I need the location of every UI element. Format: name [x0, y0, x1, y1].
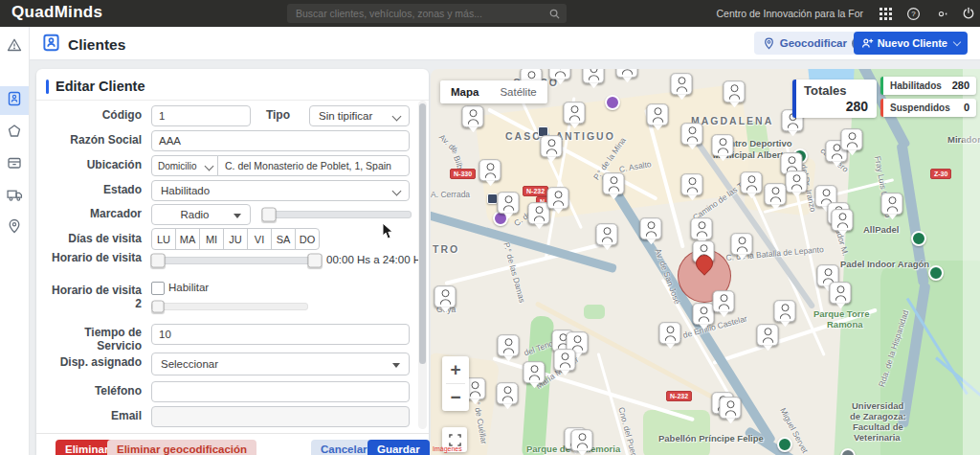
email-input[interactable] — [151, 406, 410, 427]
eliminar-geocodificacion-button[interactable]: Eliminar geocodificación — [107, 440, 256, 455]
marcador-radius-slider[interactable] — [262, 211, 412, 218]
client-pin[interactable] — [547, 187, 569, 209]
sidebar-item-vehiculos[interactable] — [0, 182, 29, 211]
client-pin[interactable] — [774, 300, 796, 322]
day-button-sa[interactable]: SA — [271, 228, 296, 250]
search-icon[interactable] — [549, 9, 560, 19]
client-pin[interactable] — [434, 285, 457, 307]
tiempo-servicio-input[interactable] — [151, 324, 410, 345]
client-pin[interactable] — [596, 223, 618, 245]
client-pin[interactable] — [881, 193, 903, 215]
client-pin[interactable] — [713, 290, 735, 312]
client-pin[interactable] — [691, 217, 713, 239]
svg-text:?: ? — [911, 10, 916, 18]
client-pin[interactable] — [571, 429, 593, 451]
client-pin[interactable] — [724, 80, 746, 102]
client-pin[interactable] — [832, 209, 854, 231]
map-canvas[interactable]: CASCOCASCO ANTIGUOMAGDALENATROMiradorCen… — [431, 69, 980, 455]
client-pin[interactable] — [671, 73, 693, 95]
map-label: Facultad de — [853, 421, 903, 432]
ubicacion-tipo-select[interactable]: Domicilio — [151, 155, 218, 176]
client-pin[interactable] — [720, 397, 742, 419]
zoom-out-button[interactable]: − — [442, 384, 469, 411]
chevron-down-icon — [205, 162, 214, 171]
habilitar-checkbox[interactable] — [151, 282, 165, 295]
zoom-in-button[interactable]: + — [442, 356, 469, 383]
horario-visita-2-slider[interactable] — [151, 303, 308, 310]
archive-box-icon — [7, 155, 22, 174]
sidebar-item-pedidos[interactable] — [0, 150, 29, 179]
client-pin[interactable] — [541, 135, 563, 157]
client-pin[interactable] — [786, 171, 808, 193]
client-pin[interactable] — [616, 69, 638, 78]
tipo-select[interactable]: Sin tipificar — [309, 105, 410, 126]
slider-thumb[interactable] — [262, 208, 277, 222]
map-edge-overlay — [963, 69, 980, 455]
marcador-select[interactable]: Radio — [151, 204, 251, 225]
client-pin[interactable] — [603, 172, 625, 194]
client-pin[interactable] — [693, 303, 715, 325]
tiempo-servicio-label: Tiempo de Servicio — [44, 326, 142, 353]
client-pin[interactable] — [462, 105, 484, 127]
razon-social-input[interactable] — [151, 130, 410, 151]
client-pin[interactable] — [640, 217, 662, 239]
client-pin[interactable] — [841, 128, 863, 150]
ubicacion-label: Ubicación — [44, 158, 142, 171]
client-pin[interactable] — [712, 134, 734, 156]
client-pin[interactable] — [765, 183, 787, 205]
client-pin[interactable] — [564, 102, 586, 124]
client-pin[interactable] — [498, 192, 520, 214]
nuevo-cliente-button[interactable]: Nuevo Cliente — [854, 32, 968, 55]
day-button-mi[interactable]: MI — [199, 228, 224, 250]
form-scrollbar[interactable] — [418, 101, 427, 429]
slider-thumb-max[interactable] — [308, 254, 323, 268]
form-scrollbar-thumb[interactable] — [419, 103, 426, 364]
telefono-input[interactable] — [151, 381, 410, 402]
client-pin[interactable] — [554, 349, 576, 371]
global-search[interactable] — [287, 4, 567, 23]
slider-thumb[interactable] — [152, 301, 165, 313]
sidebar-item-zonas[interactable] — [0, 119, 29, 148]
client-pin[interactable] — [681, 123, 703, 145]
client-pin[interactable] — [549, 69, 571, 80]
map-pin-person-icon — [7, 218, 22, 238]
disp-asignado-select[interactable]: Seleccionar — [151, 353, 410, 375]
sidebar-item-alerts[interactable] — [0, 33, 29, 61]
habilitados-value: 280 — [952, 80, 969, 91]
green-poi-marker — [928, 265, 944, 281]
apps-grid-icon[interactable] — [878, 6, 893, 21]
day-button-ma[interactable]: MA — [175, 228, 200, 250]
slider-thumb-min[interactable] — [151, 254, 166, 268]
client-pin[interactable] — [497, 382, 519, 404]
client-pin[interactable] — [830, 282, 852, 304]
account-name[interactable]: Centro de Innovación para la For — [716, 8, 863, 19]
map-type-mapa[interactable]: Mapa — [440, 86, 489, 98]
client-pin[interactable] — [523, 361, 546, 383]
settings-gear-icon[interactable] — [933, 6, 948, 21]
client-pin[interactable] — [498, 334, 520, 356]
day-button-lu[interactable]: LU — [151, 228, 176, 250]
sidebar-item-clientes[interactable] — [0, 86, 29, 115]
client-pin[interactable] — [741, 171, 763, 193]
day-button-vi[interactable]: VI — [247, 228, 272, 250]
client-pin[interactable] — [757, 324, 779, 346]
guardar-button[interactable]: Guardar — [368, 440, 430, 455]
power-icon[interactable] — [961, 6, 976, 21]
client-pin[interactable] — [731, 233, 753, 255]
client-pin[interactable] — [647, 103, 669, 125]
ubicacion-direccion-input[interactable] — [217, 155, 410, 176]
day-button-ju[interactable]: JU — [223, 228, 248, 250]
search-input[interactable] — [287, 8, 549, 19]
estado-select[interactable]: Habilitado — [151, 180, 410, 201]
map-type-satelite[interactable]: Satélite — [489, 86, 546, 98]
client-pin[interactable] — [479, 159, 501, 181]
day-button-do[interactable]: DO — [295, 228, 320, 250]
client-pin[interactable] — [681, 173, 703, 195]
suspendidos-box: Suspendidos 0 — [880, 99, 976, 117]
horario-visita-slider[interactable] — [151, 257, 322, 264]
client-pin[interactable] — [583, 69, 605, 83]
sidebar-item-poi[interactable] — [0, 214, 29, 242]
help-icon[interactable]: ? — [905, 6, 921, 21]
map-label: C. Asalto — [618, 159, 652, 174]
client-pin[interactable] — [659, 322, 681, 344]
